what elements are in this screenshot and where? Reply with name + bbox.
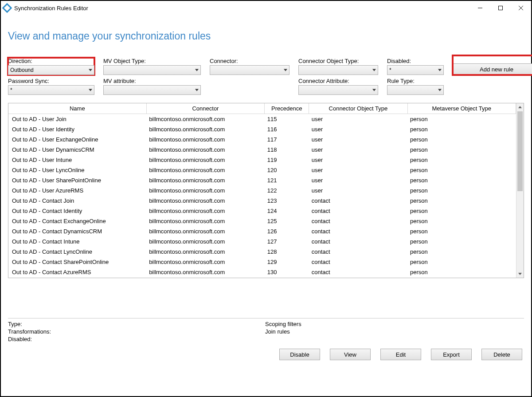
- cell-precedence: 115: [265, 114, 309, 125]
- connector-object-type-combo[interactable]: [298, 65, 378, 75]
- svg-rect-0: [499, 6, 503, 10]
- cell-precedence: 119: [265, 155, 309, 165]
- mv-object-type-combo[interactable]: [103, 65, 201, 75]
- col-name[interactable]: Name: [8, 103, 146, 114]
- disabled-combo[interactable]: *: [387, 65, 444, 75]
- table-row[interactable]: Out to AD - Contact DynamicsCRMbillmcont…: [8, 226, 516, 236]
- chevron-down-icon: [195, 69, 199, 71]
- cell-mot: person: [407, 267, 516, 277]
- cell-mot: person: [407, 257, 516, 267]
- col-conn-obj[interactable]: Connector Object Type: [309, 103, 407, 114]
- view-button[interactable]: View: [330, 349, 371, 360]
- scroll-thumb[interactable]: [517, 111, 523, 191]
- table-row[interactable]: Out to AD - User SharePointOnlinebillmco…: [8, 175, 516, 185]
- chevron-down-icon: [438, 69, 442, 71]
- chevron-down-icon: [284, 69, 287, 71]
- direction-combo[interactable]: Outbound: [8, 65, 94, 75]
- table-row[interactable]: Out to AD - User AzureRMSbillmcontoso.on…: [8, 185, 516, 196]
- mv-attribute-combo[interactable]: [103, 85, 201, 95]
- connector-attribute-combo[interactable]: [298, 85, 378, 95]
- filter-panel: Direction: Outbound MV Object Type: Conn…: [8, 55, 524, 95]
- col-precedence[interactable]: Precedence: [265, 103, 309, 114]
- cell-name: Out to AD - User ExchangeOnline: [8, 134, 146, 145]
- cell-connector: billmcontoso.onmicrosoft.com: [146, 196, 265, 206]
- cell-name: Out to AD - User SharePointOnline: [8, 175, 146, 185]
- add-new-rule-wrap: Add new rule: [453, 55, 532, 75]
- details-panel: Type: Scoping filters Transformations: J…: [8, 318, 524, 342]
- cell-cot: user: [309, 155, 407, 165]
- detail-type: Type:: [8, 321, 265, 327]
- vertical-scrollbar[interactable]: [516, 103, 524, 278]
- col-mv-obj[interactable]: Metaverse Object Type: [407, 103, 516, 114]
- disable-button[interactable]: Disable: [279, 349, 320, 360]
- connector-object-type-field: Connector Object Type:: [298, 58, 378, 75]
- connector-combo[interactable]: [210, 65, 289, 75]
- connector-field: Connector:: [210, 58, 289, 75]
- rule-type-field: Rule Type:: [387, 78, 444, 95]
- cell-mot: person: [407, 145, 516, 155]
- cell-name: Out to AD - Contact SharePointOnline: [8, 257, 146, 267]
- table-row[interactable]: Out to AD - Contact Identitybillmcontoso…: [8, 206, 516, 216]
- cell-cot: user: [309, 134, 407, 145]
- rules-table[interactable]: Name Connector Precedence Connector Obje…: [8, 103, 516, 277]
- table-row[interactable]: Out to AD - Contact LyncOnlinebillmconto…: [8, 247, 516, 257]
- disabled-value: *: [389, 67, 391, 73]
- cell-name: Out to AD - User Join: [8, 114, 146, 125]
- cell-precedence: 120: [265, 165, 309, 175]
- delete-button[interactable]: Delete: [481, 349, 522, 360]
- minimize-button[interactable]: [470, 2, 490, 14]
- table-row[interactable]: Out to AD - Contact SharePointOnlinebill…: [8, 257, 516, 267]
- table-row[interactable]: Out to AD - User Joinbillmcontoso.onmicr…: [8, 114, 516, 125]
- cell-mot: person: [407, 216, 516, 226]
- cell-precedence: 122: [265, 185, 309, 196]
- cell-cot: contact: [309, 226, 407, 236]
- edit-button[interactable]: Edit: [380, 349, 421, 360]
- cell-mot: person: [407, 236, 516, 247]
- add-new-rule-button[interactable]: Add new rule: [453, 63, 532, 75]
- cell-connector: billmcontoso.onmicrosoft.com: [146, 236, 265, 247]
- cell-cot: contact: [309, 206, 407, 216]
- cell-connector: billmcontoso.onmicrosoft.com: [146, 226, 265, 236]
- connector-attribute-label: Connector Attribute:: [298, 78, 378, 84]
- cell-cot: contact: [309, 236, 407, 247]
- close-button[interactable]: [511, 2, 531, 14]
- detail-joinrules: Join rules: [265, 328, 524, 335]
- table-row[interactable]: Out to AD - Contact AzureRMSbillmcontoso…: [8, 267, 516, 277]
- cell-name: Out to AD - Contact ExchangeOnline: [8, 216, 146, 226]
- table-row[interactable]: Out to AD - Contact ExchangeOnlinebillmc…: [8, 216, 516, 226]
- col-connector[interactable]: Connector: [146, 103, 265, 114]
- cell-name: Out to AD - User AzureRMS: [8, 185, 146, 196]
- chevron-down-icon: [438, 89, 442, 91]
- cell-precedence: 118: [265, 145, 309, 155]
- table-row[interactable]: Out to AD - User ExchangeOnlinebillmcont…: [8, 134, 516, 145]
- scroll-up-icon[interactable]: [516, 103, 524, 111]
- table-row[interactable]: Out to AD - Contact Intunebillmcontoso.o…: [8, 236, 516, 247]
- table-row[interactable]: Out to AD - User LyncOnlinebillmcontoso.…: [8, 165, 516, 175]
- password-sync-combo[interactable]: *: [8, 85, 94, 95]
- table-row[interactable]: Out to AD - User Intunebillmcontoso.onmi…: [8, 155, 516, 165]
- table-row[interactable]: Out to AD - Contact Joinbillmcontoso.onm…: [8, 196, 516, 206]
- export-button[interactable]: Export: [431, 349, 472, 360]
- cell-cot: user: [309, 145, 407, 155]
- maximize-button[interactable]: [490, 2, 511, 14]
- rule-type-combo[interactable]: [387, 85, 444, 95]
- cell-mot: person: [407, 206, 516, 216]
- table-row[interactable]: Out to AD - User Identitybillmcontoso.on…: [8, 124, 516, 134]
- cell-connector: billmcontoso.onmicrosoft.com: [146, 247, 265, 257]
- scroll-down-icon[interactable]: [516, 270, 524, 278]
- cell-connector: billmcontoso.onmicrosoft.com: [146, 267, 265, 277]
- rule-type-label: Rule Type:: [387, 78, 444, 84]
- direction-field: Direction: Outbound: [8, 58, 94, 75]
- cell-connector: billmcontoso.onmicrosoft.com: [146, 185, 265, 196]
- password-sync-value: *: [10, 87, 12, 93]
- connector-label: Connector:: [210, 58, 289, 64]
- connector-object-type-label: Connector Object Type:: [298, 58, 378, 64]
- disabled-field: Disabled: *: [387, 58, 444, 75]
- cell-cot: user: [309, 165, 407, 175]
- cell-mot: person: [407, 165, 516, 175]
- chevron-down-icon: [372, 89, 376, 91]
- table-row[interactable]: Out to AD - User DynamicsCRMbillmcontoso…: [8, 145, 516, 155]
- mv-attribute-label: MV attribute:: [103, 78, 201, 84]
- cell-mot: person: [407, 155, 516, 165]
- cell-mot: person: [407, 134, 516, 145]
